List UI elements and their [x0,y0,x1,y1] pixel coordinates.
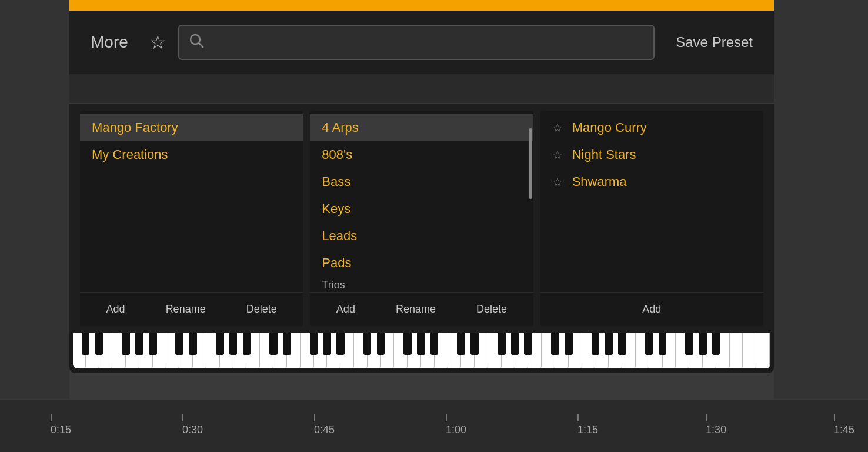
middle-panel: 4 Arps 808's Bass Keys Leads Pads Trios … [310,111,533,326]
piano-black-key[interactable] [122,333,130,355]
lists-area: Mango Factory My Creations Add Rename De… [69,104,774,333]
piano-black-key[interactable] [189,333,197,355]
piano-black-key[interactable] [82,333,90,355]
left-delete-button[interactable]: Delete [239,301,284,318]
left-panel-footer: Add Rename Delete [80,292,303,326]
list-item[interactable]: Bass [310,168,533,195]
timeline-marker: 0:30 [182,414,203,436]
piano-black-key[interactable] [551,333,559,355]
left-panel: Mango Factory My Creations Add Rename De… [80,111,303,326]
piano-black-key[interactable] [363,333,372,355]
search-icon [189,33,204,52]
piano-black-key[interactable] [498,333,506,355]
piano-black-key[interactable] [685,333,693,355]
list-item[interactable]: ☆ Mango Curry [540,114,763,141]
piano-black-key[interactable] [336,333,345,355]
piano-black-key[interactable] [95,333,104,355]
list-item[interactable]: 4 Arps [310,114,533,141]
piano-black-key[interactable] [175,333,183,355]
left-list: Mango Factory My Creations [80,111,303,292]
list-item[interactable]: Keys [310,195,533,222]
piano-black-key[interactable] [323,333,331,355]
piano-black-key[interactable] [135,333,143,355]
middle-rename-button[interactable]: Rename [389,301,443,318]
timeline-tick [706,414,707,421]
item-star-icon: ☆ [552,148,563,162]
piano-black-key[interactable] [310,333,318,355]
piano-black-key[interactable] [712,333,720,355]
piano-black-key[interactable] [377,333,385,355]
list-item[interactable]: Mango Factory [80,114,303,141]
piano-black-key[interactable] [417,333,425,355]
piano-black-key[interactable] [592,333,600,355]
timeline-marker: 0:45 [314,414,335,436]
toolbar: More ☆ Save Preset [69,11,774,74]
timeline: 0:15 0:30 0:45 1:00 1:15 1:30 1:45 [0,399,868,452]
piano-black-key[interactable] [216,333,224,355]
list-item[interactable]: Trios [310,277,533,292]
timeline-tick [577,414,579,421]
bg-right [774,0,868,452]
middle-list: 4 Arps 808's Bass Keys Leads Pads Trios [310,111,533,292]
piano-white-key[interactable] [743,333,756,368]
timeline-marker: 0:15 [51,414,71,436]
timeline-tick [182,414,183,421]
middle-delete-button[interactable]: Delete [469,301,514,318]
piano-black-key[interactable] [618,333,626,355]
list-item[interactable]: My Creations [80,141,303,168]
timeline-tick [446,414,447,421]
piano-black-key[interactable] [269,333,278,355]
timeline-markers-container: 0:15 0:30 0:45 1:00 1:15 1:30 1:45 [0,414,868,438]
search-bar-container [178,25,655,60]
middle-panel-footer: Add Rename Delete [310,292,533,326]
piano-black-key[interactable] [430,333,439,355]
list-item[interactable]: ☆ Shwarma [540,168,763,195]
piano-white-key[interactable] [730,333,743,368]
piano-black-key[interactable] [283,333,291,355]
piano-black-key[interactable] [403,333,412,355]
timeline-label: 0:30 [182,424,203,436]
right-add-button[interactable]: Add [635,301,668,318]
piano-white-key[interactable] [757,333,770,368]
scroll-indicator [529,128,532,199]
save-preset-button[interactable]: Save Preset [666,29,762,55]
piano-black-key[interactable] [565,333,573,355]
timeline-label: 1:15 [577,424,598,436]
left-add-button[interactable]: Add [99,301,132,318]
piano-black-key[interactable] [524,333,532,355]
item-label: Night Stars [572,147,636,162]
plugin-panel: More ☆ Save Preset Mango Factory My Crea… [69,11,774,373]
timeline-marker: 1:15 [577,414,598,436]
list-item[interactable]: ☆ Night Stars [540,141,763,168]
item-label: Mango Curry [572,120,647,135]
left-rename-button[interactable]: Rename [159,301,213,318]
timeline-label: 1:00 [446,424,466,436]
piano-black-key[interactable] [229,333,238,355]
timeline-label: 1:45 [834,424,854,436]
item-star-icon: ☆ [552,175,563,189]
search-input[interactable] [211,36,644,49]
piano-black-key[interactable] [457,333,465,355]
timeline-label: 0:15 [51,424,71,436]
middle-add-button[interactable]: Add [329,301,362,318]
piano-black-key[interactable] [605,333,613,355]
piano-black-key[interactable] [659,333,667,355]
more-button[interactable]: More [81,28,138,56]
piano-keyboard[interactable] [73,333,770,368]
list-item[interactable]: Leads [310,222,533,250]
favorites-star-button[interactable]: ☆ [149,33,166,52]
piano-black-key[interactable] [149,333,157,355]
right-panel-footer: Add [540,292,763,326]
list-item[interactable]: 808's [310,141,533,168]
timeline-marker: 1:45 [834,414,854,436]
piano-black-key[interactable] [470,333,479,355]
right-panel: ☆ Mango Curry ☆ Night Stars ☆ Shwarma Ad… [540,111,763,326]
piano-black-key[interactable] [243,333,251,355]
piano-black-key[interactable] [699,333,707,355]
piano-black-key[interactable] [645,333,653,355]
list-item[interactable]: Pads [310,250,533,277]
piano-black-key[interactable] [511,333,519,355]
timeline-tick [51,414,52,421]
item-label: Shwarma [572,174,627,190]
timeline-tick [834,414,835,421]
